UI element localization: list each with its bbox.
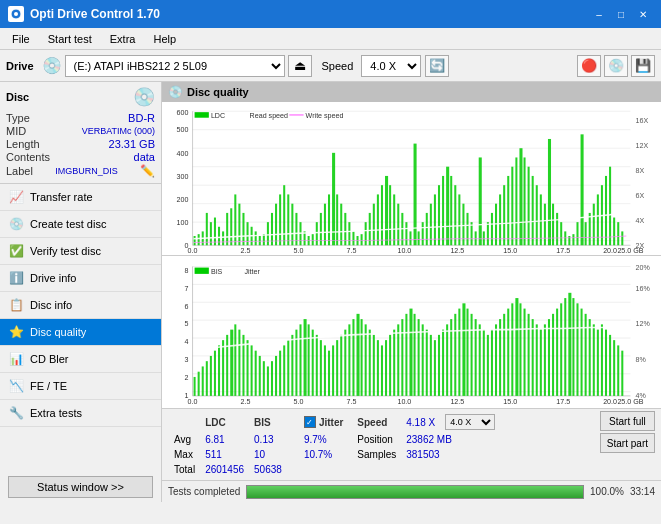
close-button[interactable]: ✕ — [633, 5, 653, 23]
svg-rect-224 — [365, 324, 367, 396]
svg-text:7.5: 7.5 — [346, 247, 356, 254]
svg-rect-247 — [458, 308, 460, 395]
svg-rect-125 — [556, 213, 558, 245]
svg-rect-88 — [405, 222, 407, 245]
sidebar-item-transfer-rate[interactable]: 📈 Transfer rate — [0, 184, 161, 211]
svg-rect-112 — [503, 185, 505, 245]
max-ldc: 511 — [201, 448, 248, 461]
progress-time: 33:14 — [630, 486, 655, 497]
position-label: Position — [349, 433, 400, 446]
ldc-chart: 0 100 200 300 400 500 600 2X 4X 6X 8X 12… — [162, 102, 661, 256]
svg-rect-221 — [352, 319, 354, 396]
menu-file[interactable]: File — [4, 31, 38, 47]
svg-rect-122 — [544, 204, 546, 246]
svg-rect-273 — [564, 298, 566, 396]
svg-rect-226 — [373, 334, 375, 395]
title-bar: Opti Drive Control 1.70 – □ ✕ — [0, 0, 661, 28]
max-jitter: 10.7% — [300, 448, 347, 461]
svg-text:8: 8 — [185, 265, 189, 274]
svg-rect-54 — [267, 222, 269, 245]
svg-rect-223 — [361, 319, 363, 396]
sidebar-item-create-test-disc[interactable]: 💿 Create test disc — [0, 211, 161, 238]
svg-rect-232 — [397, 324, 399, 396]
start-part-button[interactable]: Start part — [600, 433, 655, 453]
sidebar-item-fe-te[interactable]: 📉 FE / TE — [0, 373, 161, 400]
svg-text:20.0: 20.0 — [603, 247, 617, 254]
drive-label: Drive — [6, 60, 34, 72]
svg-point-1 — [14, 12, 18, 16]
disc-icon: 💿 — [133, 86, 155, 108]
svg-rect-227 — [377, 340, 379, 396]
svg-rect-141 — [621, 231, 623, 245]
svg-rect-258 — [503, 313, 505, 395]
svg-rect-280 — [593, 324, 595, 396]
disc-section: Disc 💿 Type BD-R MID VERBATIMc (000) Len… — [0, 82, 161, 184]
svg-text:6: 6 — [185, 301, 189, 310]
sidebar-item-drive-info[interactable]: ℹ️ Drive info — [0, 265, 161, 292]
svg-text:8%: 8% — [636, 355, 647, 364]
burn-button[interactable]: 🔴 — [577, 55, 601, 77]
save-button[interactable]: 💾 — [631, 55, 655, 77]
menu-bar: File Start test Extra Help — [0, 28, 661, 50]
speed-select[interactable]: 4.0 X 8.0 X 12.0 X — [361, 55, 421, 77]
svg-rect-113 — [507, 176, 509, 245]
svg-rect-198 — [259, 355, 261, 395]
svg-rect-119 — [532, 176, 534, 245]
svg-rect-46 — [234, 194, 236, 245]
svg-rect-266 — [536, 324, 538, 396]
disc-quality-label: Disc quality — [30, 326, 86, 338]
svg-text:25.0 GB: 25.0 GB — [617, 397, 643, 406]
svg-rect-182 — [194, 376, 196, 395]
progress-percent: 100.0% — [590, 486, 624, 497]
svg-rect-47 — [238, 204, 240, 246]
sidebar-item-verify-test-disc[interactable]: ✅ Verify test disc — [0, 238, 161, 265]
svg-rect-84 — [389, 185, 391, 245]
svg-rect-278 — [585, 313, 587, 395]
svg-rect-56 — [275, 204, 277, 246]
svg-rect-195 — [247, 340, 249, 396]
svg-rect-242 — [438, 334, 440, 395]
svg-rect-203 — [279, 350, 281, 395]
minimize-button[interactable]: – — [589, 5, 609, 23]
svg-rect-234 — [405, 313, 407, 395]
refresh-button[interactable]: 🔄 — [425, 55, 449, 77]
svg-rect-216 — [332, 345, 334, 395]
bis-header: BIS — [250, 413, 286, 431]
speed-select-stats[interactable]: 4.0 X — [445, 414, 495, 430]
sidebar-item-disc-quality[interactable]: ⭐ Disc quality — [0, 319, 161, 346]
svg-rect-192 — [234, 324, 236, 396]
svg-rect-269 — [548, 319, 550, 396]
type-key: Type — [6, 112, 30, 124]
mid-key: MID — [6, 125, 26, 137]
sidebar-item-cd-bler[interactable]: 📊 CD Bler — [0, 346, 161, 373]
svg-rect-118 — [528, 167, 530, 246]
svg-text:10.0: 10.0 — [397, 247, 411, 254]
jitter-checkbox[interactable]: ✓ — [304, 416, 316, 428]
menu-start-test[interactable]: Start test — [40, 31, 100, 47]
drive-select[interactable]: (E:) ATAPI iHBS212 2 5L09 — [65, 55, 285, 77]
status-window-button[interactable]: Status window >> — [8, 476, 153, 498]
svg-rect-137 — [605, 176, 607, 245]
eject-button[interactable]: ⏏ — [288, 55, 312, 77]
svg-rect-59 — [287, 194, 289, 245]
menu-help[interactable]: Help — [145, 31, 184, 47]
svg-rect-186 — [210, 355, 212, 395]
svg-rect-222 — [357, 313, 360, 395]
svg-text:2.5: 2.5 — [241, 247, 251, 254]
svg-text:Write speed: Write speed — [306, 112, 344, 120]
svg-rect-107 — [483, 231, 485, 245]
svg-rect-97 — [442, 176, 444, 245]
svg-text:5.0: 5.0 — [294, 397, 304, 406]
svg-rect-282 — [601, 324, 603, 396]
sidebar-item-extra-tests[interactable]: 🔧 Extra tests — [0, 400, 161, 427]
length-val: 23.31 GB — [109, 138, 155, 150]
maximize-button[interactable]: □ — [611, 5, 631, 23]
start-full-button[interactable]: Start full — [600, 411, 655, 431]
svg-rect-250 — [471, 313, 473, 395]
menu-extra[interactable]: Extra — [102, 31, 144, 47]
svg-rect-205 — [287, 340, 289, 396]
sidebar-item-disc-info[interactable]: 📋 Disc info — [0, 292, 161, 319]
disc-button[interactable]: 💿 — [604, 55, 628, 77]
svg-rect-83 — [385, 176, 388, 245]
svg-text:12%: 12% — [636, 319, 651, 328]
